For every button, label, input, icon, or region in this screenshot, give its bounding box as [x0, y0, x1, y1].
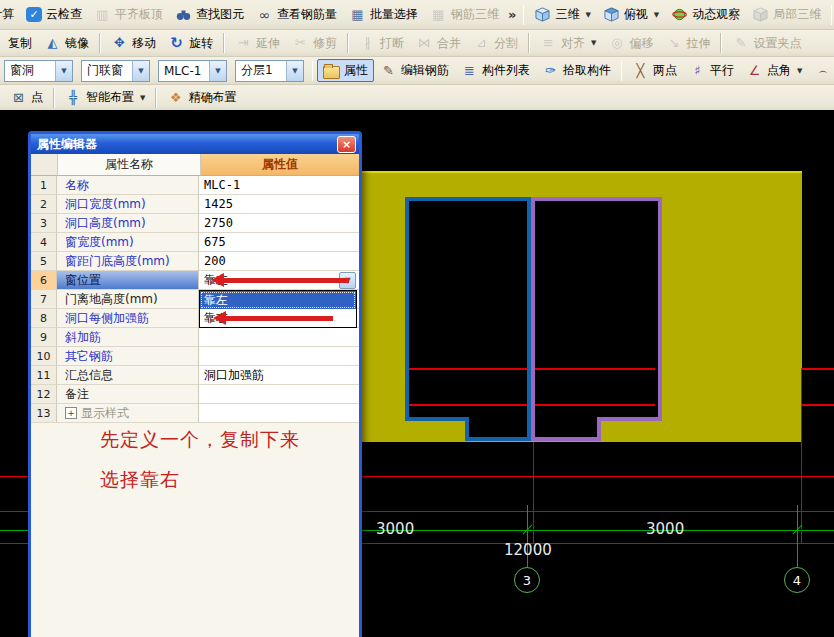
find-element-button[interactable]: 查找图元	[169, 3, 250, 26]
pick-component-button[interactable]: ✑拾取构件	[536, 59, 617, 82]
row-number: 13	[31, 404, 57, 423]
prop-name-cell[interactable]: 洞口宽度(mm)	[57, 195, 199, 214]
dialog-titlebar[interactable]: 属性编辑器 ×	[31, 134, 359, 154]
right-opening-outline[interactable]	[531, 197, 662, 201]
three-point-aux-axis-button[interactable]: ⌢三点辅轴▼	[808, 59, 834, 82]
prop-value-cell[interactable]: 洞口加强筋	[199, 366, 359, 385]
dropdown-arrow-icon[interactable]: ▼	[654, 11, 659, 19]
left-opening-window-hole[interactable]	[405, 197, 469, 421]
axis-bubble-3: 3	[514, 567, 540, 593]
right-opening-outline[interactable]	[658, 197, 662, 421]
point-place-button[interactable]: ⊠点	[4, 86, 49, 109]
dropdown-arrow-icon: ▼	[591, 39, 596, 47]
grid-line-red	[802, 404, 834, 406]
rotate-button[interactable]: ↻旋转	[162, 32, 219, 55]
batch-select-button[interactable]: ▦批量选择	[343, 3, 424, 26]
combo-arrow-icon[interactable]: ▼	[209, 61, 226, 81]
copy-button[interactable]: 复制	[2, 32, 38, 55]
toolbar-main: 计算 ✓云检查 ▥平齐板顶 查找图元 ∞查看钢筋量 ▦批量选择 ▦钢筋三维 » …	[0, 0, 834, 30]
prop-name-cell[interactable]: 斜加筋	[57, 328, 199, 347]
category-combo[interactable]: 窗洞▼	[4, 60, 73, 82]
left-opening-outline[interactable]	[405, 197, 409, 421]
prop-value-cell[interactable]: 1425	[199, 195, 359, 214]
dropdown-arrow-icon[interactable]: ▼	[585, 11, 590, 19]
combo-arrow-icon[interactable]: ▼	[132, 61, 149, 81]
prop-name-cell[interactable]: 窗宽度(mm)	[57, 233, 199, 252]
top-view-button[interactable]: 俯视▼	[597, 3, 665, 26]
prop-name-cell[interactable]: +显示样式	[57, 404, 199, 423]
dynamic-orbit-button[interactable]: 动态观察	[665, 3, 746, 26]
dropdown-arrow-icon[interactable]: ▼	[797, 67, 802, 75]
mirror-button[interactable]: ◭镜像	[38, 32, 95, 55]
prop-name-cell[interactable]: 窗距门底高度(mm)	[57, 252, 199, 271]
edit-rebar-button[interactable]: ✎编辑钢筋	[374, 59, 455, 82]
axis-bubble-4: 4	[784, 567, 810, 593]
annotation-arrow-option-right	[226, 316, 333, 321]
point-angle-button[interactable]: ∠点角▼	[740, 59, 808, 82]
edit-rebar-icon: ✎	[380, 63, 397, 79]
prop-name-cell[interactable]: 名称	[57, 176, 199, 195]
right-opening-outline[interactable]	[531, 197, 535, 441]
prop-name-cell[interactable]: 其它钢筋	[57, 347, 199, 366]
prop-value-cell[interactable]: 200	[199, 252, 359, 271]
overflow-chevron-icon[interactable]: »	[505, 7, 519, 22]
prop-name-cell[interactable]: 门离地高度(mm)	[57, 290, 199, 309]
combo-arrow-icon[interactable]: ▼	[55, 61, 72, 81]
stretch-button: ↘拉伸	[659, 32, 716, 55]
layer-combo[interactable]: 分层1▼	[235, 60, 304, 82]
prop-value-cell[interactable]	[199, 404, 359, 423]
prop-value-cell[interactable]	[199, 385, 359, 404]
component-list-button[interactable]: ≣构件列表	[455, 59, 536, 82]
prop-value-cell[interactable]: 675	[199, 233, 359, 252]
separator	[831, 5, 832, 25]
smart-layout-button[interactable]: ╬智能布置▼	[59, 86, 151, 109]
pick-component-icon: ✑	[542, 63, 559, 79]
dropdown-arrow-icon[interactable]: ▼	[140, 94, 145, 102]
two-point-axis-icon: ╳	[632, 63, 649, 79]
left-opening-sill[interactable]	[405, 417, 469, 421]
left-opening-outline[interactable]	[465, 437, 531, 441]
view-rebar-qty-button[interactable]: ∞查看钢筋量	[250, 3, 343, 26]
mirror-icon: ◭	[44, 35, 61, 51]
grid-line-red	[409, 404, 527, 406]
combo-arrow-icon[interactable]: ▼	[286, 61, 303, 81]
left-opening-outline[interactable]	[405, 197, 531, 201]
glasses-icon: ∞	[256, 7, 273, 23]
calculate-button[interactable]: 计算	[0, 3, 20, 26]
cloud-check-button[interactable]: ✓云检查	[20, 3, 88, 26]
stretch-icon: ↘	[665, 35, 682, 51]
prop-name-cell[interactable]: 洞口每侧加强筋	[57, 309, 199, 328]
prop-value-cell[interactable]: 2750	[199, 214, 359, 233]
component-combo[interactable]: MLC-1▼	[158, 60, 227, 82]
align-icon: ≡	[540, 35, 557, 51]
parallel-axis-button[interactable]: ♯平行	[683, 59, 740, 82]
precise-layout-button[interactable]: ❖精确布置	[161, 86, 242, 109]
two-point-axis-button[interactable]: ╳两点	[626, 59, 683, 82]
separator	[223, 33, 225, 53]
cloud-check-icon: ✓	[26, 7, 42, 22]
prop-value-cell[interactable]	[199, 347, 359, 366]
prop-name-cell[interactable]: 汇总信息	[57, 366, 199, 385]
row-number: 8	[31, 309, 57, 328]
view-3d-button[interactable]: 三维▼	[528, 3, 596, 26]
batch-select-icon: ▦	[349, 7, 366, 23]
right-opening-outline[interactable]	[531, 437, 601, 441]
header-prop-value: 属性值	[201, 154, 359, 176]
prop-name-cell[interactable]: 洞口高度(mm)	[57, 214, 199, 233]
dropdown-option-left[interactable]: 靠左	[200, 291, 356, 309]
prop-name-cell[interactable]: 窗位置	[57, 271, 199, 290]
type-combo[interactable]: 门联窗▼	[81, 60, 150, 82]
prop-value-cell[interactable]: MLC-1	[199, 176, 359, 195]
expand-icon[interactable]: +	[65, 407, 77, 419]
align-button: ≡对齐▼	[534, 32, 602, 55]
right-opening-sill[interactable]	[597, 417, 662, 421]
annotation-arrow-selected-value	[224, 278, 349, 283]
prop-value-cell[interactable]	[199, 328, 359, 347]
dim-label-right: 3000	[646, 520, 684, 538]
row-number: 11	[31, 366, 57, 385]
prop-name-cell[interactable]: 备注	[57, 385, 199, 404]
properties-button[interactable]: 属性	[317, 59, 374, 82]
move-button[interactable]: ✥移动	[105, 32, 162, 55]
close-button[interactable]: ×	[337, 136, 356, 153]
right-opening-window-hole[interactable]	[597, 197, 662, 421]
